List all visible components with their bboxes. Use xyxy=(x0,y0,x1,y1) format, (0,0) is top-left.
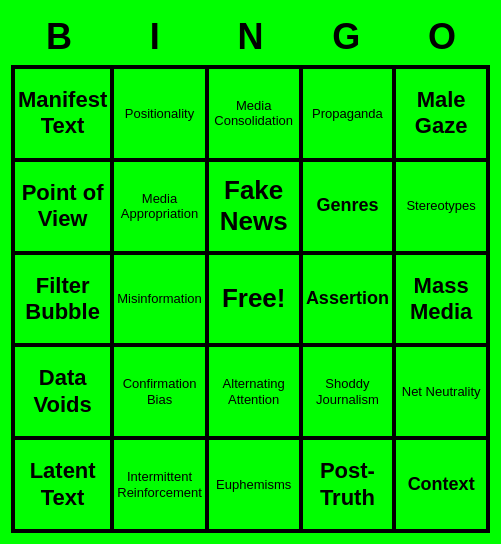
cell-3-0: Data Voids xyxy=(13,345,112,438)
cell-text-1-2: Fake News xyxy=(212,175,296,237)
cell-text-3-0: Data Voids xyxy=(18,365,107,418)
cell-0-3: Propaganda xyxy=(301,67,395,160)
bingo-letter-o: O xyxy=(398,16,486,58)
cell-1-2: Fake News xyxy=(207,160,301,253)
cell-text-4-2: Euphemisms xyxy=(216,477,291,493)
cell-2-3: Assertion xyxy=(301,253,395,346)
bingo-grid: Manifest TextPositionalityMedia Consolid… xyxy=(11,65,490,533)
cell-0-4: Male Gaze xyxy=(394,67,488,160)
cell-2-0: Filter Bubble xyxy=(13,253,112,346)
cell-3-1: Confirmation Bias xyxy=(112,345,207,438)
bingo-header: BINGO xyxy=(11,11,490,63)
cell-text-1-4: Stereotypes xyxy=(406,198,475,214)
cell-2-4: Mass Media xyxy=(394,253,488,346)
cell-2-1: Misinformation xyxy=(112,253,207,346)
cell-1-1: Media Appropriation xyxy=(112,160,207,253)
bingo-letter-n: N xyxy=(206,16,294,58)
cell-text-0-4: Male Gaze xyxy=(399,87,483,140)
cell-0-2: Media Consolidation xyxy=(207,67,301,160)
cell-text-0-3: Propaganda xyxy=(312,106,383,122)
cell-text-2-0: Filter Bubble xyxy=(18,273,107,326)
cell-4-1: Intermittent Reinforcement xyxy=(112,438,207,531)
cell-text-3-3: Shoddy Journalism xyxy=(306,376,390,407)
cell-text-0-0: Manifest Text xyxy=(18,87,107,140)
cell-text-1-0: Point of View xyxy=(18,180,107,233)
cell-3-2: Alternating Attention xyxy=(207,345,301,438)
cell-text-2-4: Mass Media xyxy=(399,273,483,326)
cell-text-1-3: Genres xyxy=(316,195,378,217)
cell-text-2-3: Assertion xyxy=(306,288,389,310)
cell-text-4-4: Context xyxy=(408,474,475,496)
bingo-letter-g: G xyxy=(302,16,390,58)
cell-3-3: Shoddy Journalism xyxy=(301,345,395,438)
bingo-card: BINGO Manifest TextPositionalityMedia Co… xyxy=(3,3,498,541)
bingo-letter-i: I xyxy=(111,16,199,58)
cell-text-3-2: Alternating Attention xyxy=(212,376,296,407)
cell-text-3-4: Net Neutrality xyxy=(402,384,481,400)
bingo-letter-b: B xyxy=(15,16,103,58)
cell-0-1: Positionality xyxy=(112,67,207,160)
cell-text-2-2: Free! xyxy=(222,283,286,314)
cell-text-2-1: Misinformation xyxy=(117,291,202,307)
cell-4-0: Latent Text xyxy=(13,438,112,531)
cell-text-1-1: Media Appropriation xyxy=(117,191,202,222)
cell-2-2: Free! xyxy=(207,253,301,346)
cell-text-0-1: Positionality xyxy=(125,106,194,122)
cell-text-4-3: Post-Truth xyxy=(306,458,390,511)
cell-text-4-1: Intermittent Reinforcement xyxy=(117,469,202,500)
cell-3-4: Net Neutrality xyxy=(394,345,488,438)
cell-text-4-0: Latent Text xyxy=(18,458,107,511)
cell-1-0: Point of View xyxy=(13,160,112,253)
cell-4-4: Context xyxy=(394,438,488,531)
cell-1-4: Stereotypes xyxy=(394,160,488,253)
cell-1-3: Genres xyxy=(301,160,395,253)
cell-0-0: Manifest Text xyxy=(13,67,112,160)
cell-4-2: Euphemisms xyxy=(207,438,301,531)
cell-4-3: Post-Truth xyxy=(301,438,395,531)
cell-text-0-2: Media Consolidation xyxy=(212,98,296,129)
cell-text-3-1: Confirmation Bias xyxy=(117,376,202,407)
